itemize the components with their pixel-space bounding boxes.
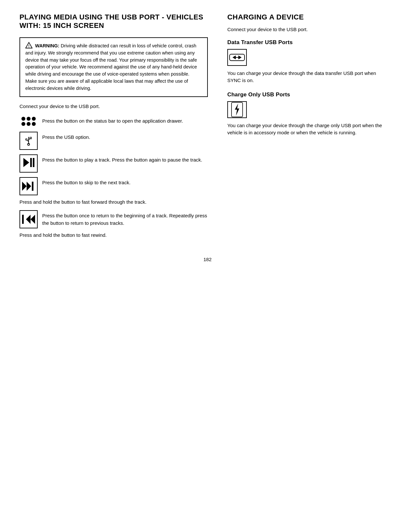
svg-marker-21 <box>235 103 239 116</box>
skip-instruction-row: Press the button to skip to the next tra… <box>19 177 208 195</box>
play-pause-instruction-row: Press the button to play a track. Press … <box>19 154 208 173</box>
charge-usb-icon <box>230 102 244 117</box>
right-section-title: CHARGING A DEVICE <box>227 13 390 21</box>
prev-instruction-row: Press the button once to return to the b… <box>19 210 208 228</box>
svg-rect-3 <box>30 137 31 139</box>
dot <box>21 117 25 121</box>
svg-marker-17 <box>233 55 236 59</box>
data-usb-icon-box <box>227 49 247 66</box>
dots-icon <box>19 115 38 127</box>
skip-icon-box <box>19 177 38 195</box>
page-number: 182 <box>19 257 396 262</box>
dots-instruction-text: Press the button on the status bar to op… <box>42 115 183 125</box>
data-transfer-subtitle: Data Transfer USB Ports <box>227 39 390 46</box>
data-transfer-text: You can charge your device through the d… <box>227 70 390 84</box>
right-connect-text: Connect your device to the USB port. <box>227 26 390 33</box>
dot <box>32 117 36 121</box>
svg-rect-8 <box>30 158 32 167</box>
warning-text: Driving while distracted can result in l… <box>25 43 197 91</box>
play-pause-icon-box <box>19 154 38 173</box>
svg-point-5 <box>26 139 27 140</box>
fast-forward-text: Press and hold the button to fast forwar… <box>19 199 208 206</box>
play-pause-icon <box>21 155 36 172</box>
warning-triangle-icon: ! <box>25 42 32 49</box>
charge-only-text: You can charge your device through the c… <box>227 122 390 137</box>
charge-usb-icon-box <box>227 101 247 118</box>
left-connect-text: Connect your device to the USB port. <box>19 103 208 110</box>
prev-instruction-text: Press the button once to return to the b… <box>42 210 208 227</box>
right-column: CHARGING A DEVICE Connect your device to… <box>227 13 390 244</box>
play-pause-symbol-icon <box>21 155 36 170</box>
prev-track-icon <box>21 212 36 226</box>
warning-label: WARNING: <box>35 43 59 48</box>
svg-marker-7 <box>23 158 29 167</box>
dots-instruction-row: Press the button on the status bar to op… <box>19 115 208 127</box>
svg-text:!: ! <box>28 44 29 48</box>
warning-box: ! WARNING: Driving while distracted can … <box>19 37 208 97</box>
svg-point-6 <box>28 143 30 145</box>
skip-forward-icon <box>21 179 36 193</box>
svg-marker-19 <box>238 55 242 59</box>
charge-only-subtitle: Charge Only USB Ports <box>227 91 390 98</box>
play-pause-instruction-text: Press the button to play a track. Press … <box>42 154 202 164</box>
page-layout: PLAYING MEDIA USING THE USB PORT - VEHIC… <box>19 13 396 244</box>
svg-marker-14 <box>31 215 35 224</box>
svg-rect-12 <box>32 182 33 191</box>
usb-instruction-text: Press the USB option. <box>42 132 90 141</box>
dot <box>27 122 31 126</box>
svg-marker-11 <box>27 182 31 191</box>
dot <box>21 122 25 126</box>
svg-marker-10 <box>22 182 27 191</box>
prev-icon-box <box>19 210 38 228</box>
skip-instruction-text: Press the button to skip to the next tra… <box>42 177 131 187</box>
usb-icon-box <box>19 132 38 150</box>
left-section-title: PLAYING MEDIA USING THE USB PORT - VEHIC… <box>19 13 208 30</box>
usb-symbol-icon <box>23 136 34 146</box>
svg-rect-9 <box>33 158 34 167</box>
dot <box>32 122 36 126</box>
fast-rewind-text: Press and hold the button to fast rewind… <box>19 232 208 239</box>
dot <box>27 117 31 121</box>
svg-marker-15 <box>26 215 31 224</box>
left-column: PLAYING MEDIA USING THE USB PORT - VEHIC… <box>19 13 208 244</box>
usb-instruction-row: Press the USB option. <box>19 132 208 150</box>
data-usb-icon <box>229 52 245 63</box>
svg-rect-13 <box>22 215 24 224</box>
